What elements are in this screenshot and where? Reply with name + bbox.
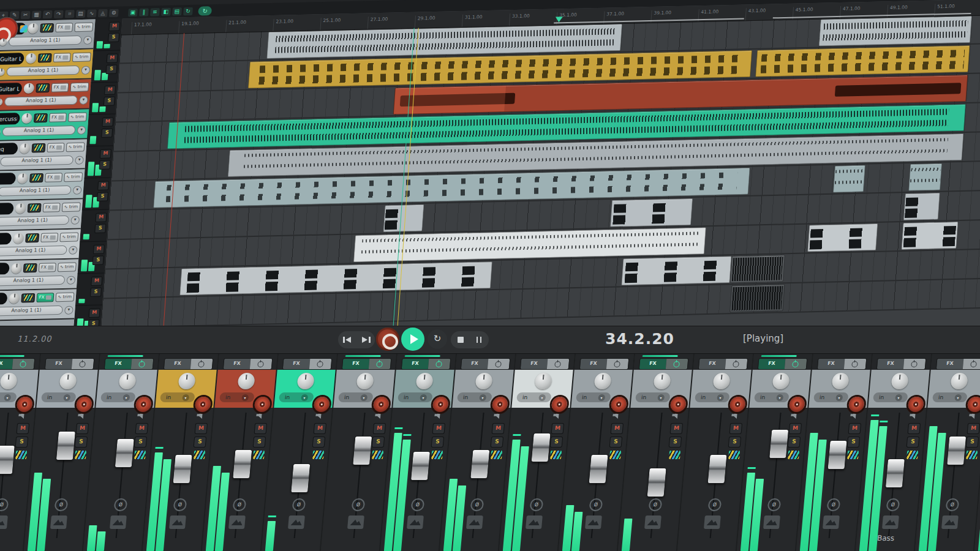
envelope-button[interactable] (526, 515, 543, 529)
strip-pan-knob[interactable] (118, 373, 136, 389)
fx-power-button[interactable] (665, 359, 688, 369)
track-name-bar[interactable]: G Sparagle (0, 23, 26, 35)
glue-icon[interactable]: ▦ (32, 10, 42, 18)
strip-pan-knob[interactable] (59, 373, 77, 389)
fx-power-button[interactable] (12, 359, 34, 369)
grid-icon[interactable]: ▤ (76, 9, 86, 17)
strip-input-button[interactable]: in▾ (813, 392, 848, 402)
fx-power-button[interactable] (428, 359, 450, 369)
strip-fx-button[interactable]: FX (342, 358, 392, 370)
track-mute-button[interactable]: M (100, 149, 111, 159)
strip-solo-button[interactable]: S (431, 437, 445, 448)
track-width-knob[interactable] (0, 68, 5, 75)
track-name-bar[interactable]: Percussion (0, 113, 20, 125)
undo-icon[interactable]: ↶ (43, 10, 53, 18)
track-volume-knob[interactable] (15, 203, 26, 214)
track-volume-knob[interactable] (19, 143, 30, 154)
track-width-knob[interactable] (0, 98, 3, 105)
track-fx-button[interactable]: FX (51, 83, 69, 92)
strip-pan-knob[interactable] (950, 373, 968, 389)
track-trim-button[interactable]: ∿ trim (74, 23, 94, 32)
strip-input-button[interactable]: in▾ (398, 392, 432, 402)
strip-mute-button[interactable]: M (195, 423, 208, 434)
fx-power-button[interactable] (309, 359, 331, 369)
phase-button[interactable]: ø (827, 498, 841, 511)
strip-fx-button[interactable]: FX (639, 358, 689, 370)
track-input-label[interactable]: Analog 1 (1) (4, 96, 78, 107)
volume-fader[interactable] (769, 429, 789, 459)
volume-fader[interactable] (946, 436, 967, 465)
track-fx-button[interactable]: FX (47, 143, 64, 152)
volume-fader[interactable] (410, 451, 431, 481)
fx-power-button[interactable] (190, 359, 213, 369)
track-fx-button[interactable]: FX (53, 53, 70, 62)
track-route-button[interactable] (31, 143, 45, 152)
strip-solo-button[interactable]: S (907, 437, 920, 448)
strip-mute-button[interactable]: M (908, 423, 921, 434)
track-input-label[interactable]: Analog 1 (1) (6, 66, 80, 77)
phase-button[interactable]: ø (292, 498, 306, 511)
track-route-button[interactable] (34, 113, 48, 122)
envelope-button[interactable] (347, 515, 364, 529)
track-volume-knob[interactable] (28, 23, 39, 34)
strip-pan-knob[interactable] (772, 373, 790, 389)
strip-input-button[interactable]: in▾ (0, 392, 17, 402)
input-dropdown-icon[interactable]: ▾ (4, 394, 11, 401)
envelope-button[interactable] (228, 515, 246, 529)
strip-fx-button[interactable]: FX (758, 358, 808, 370)
volume-fader[interactable] (232, 449, 252, 479)
track-mute-button[interactable]: M (93, 245, 105, 254)
strip-pan-knob[interactable] (891, 373, 908, 389)
track-solo-button[interactable]: S (99, 160, 110, 170)
track-solo-button[interactable]: S (105, 65, 117, 74)
media-item[interactable] (833, 165, 865, 193)
input-dropdown-icon[interactable]: ▾ (182, 394, 189, 401)
track-input-label[interactable]: Analog 1 (1) (0, 276, 65, 287)
phase-button[interactable]: ø (649, 498, 663, 511)
volume-fader[interactable] (531, 433, 551, 462)
strip-mute-button[interactable]: M (254, 423, 268, 434)
input-dropdown-icon[interactable]: ▾ (77, 126, 86, 134)
track-solo-button[interactable]: S (97, 192, 108, 201)
phase-button[interactable]: ø (0, 498, 9, 511)
track-mute-button[interactable]: M (107, 54, 118, 63)
strip-mute-button[interactable]: M (789, 423, 802, 434)
phase-button[interactable]: ø (233, 498, 247, 511)
volume-fader[interactable] (588, 454, 608, 484)
volume-fader[interactable] (172, 454, 192, 484)
strip-solo-button[interactable]: S (609, 437, 623, 448)
track-volume-knob[interactable] (17, 173, 28, 184)
strip-fx-button[interactable]: FX (936, 358, 980, 370)
fx-power-button[interactable] (606, 359, 628, 369)
track-name-bar[interactable]: Guitar Lead 8 (0, 83, 22, 95)
input-dropdown-icon[interactable]: ▾ (420, 394, 427, 401)
strip-input-button[interactable]: in▾ (516, 392, 551, 402)
input-dropdown-icon[interactable]: ▾ (598, 394, 605, 401)
track-fx-button[interactable]: FX (36, 293, 54, 302)
stop-button[interactable] (451, 331, 470, 348)
fx-power-button[interactable] (249, 359, 272, 369)
strip-pan-knob[interactable] (296, 373, 314, 389)
envelope-button[interactable] (644, 515, 662, 529)
phase-button[interactable]: ø (946, 498, 960, 511)
strip-input-button[interactable]: in▾ (279, 392, 314, 402)
strip-mute-button[interactable]: M (967, 423, 980, 434)
track-mute-button[interactable]: M (89, 309, 100, 318)
strip-solo-button[interactable]: S (728, 437, 742, 448)
strip-fx-button[interactable]: FX (817, 358, 867, 370)
track-trim-button[interactable]: ∿ trim (55, 293, 75, 302)
strip-pan-knob[interactable] (653, 373, 671, 389)
pause-button[interactable] (470, 331, 489, 348)
input-dropdown-icon[interactable]: ▾ (73, 186, 82, 194)
fx-power-button[interactable] (843, 359, 866, 369)
phase-button[interactable]: ø (411, 498, 425, 511)
track-trim-button[interactable]: ∿ trim (66, 143, 85, 152)
ripple-all-icon[interactable]: ≡ (150, 8, 160, 16)
strip-input-button[interactable]: in▾ (695, 392, 729, 402)
media-item[interactable] (807, 223, 878, 252)
envelope-mode-icon[interactable]: ▤ (172, 7, 182, 15)
fx-power-button[interactable] (903, 359, 925, 369)
track-trim-button[interactable]: ∿ trim (64, 173, 83, 182)
record-button[interactable] (376, 328, 399, 351)
strip-input-button[interactable]: in▾ (873, 392, 908, 402)
